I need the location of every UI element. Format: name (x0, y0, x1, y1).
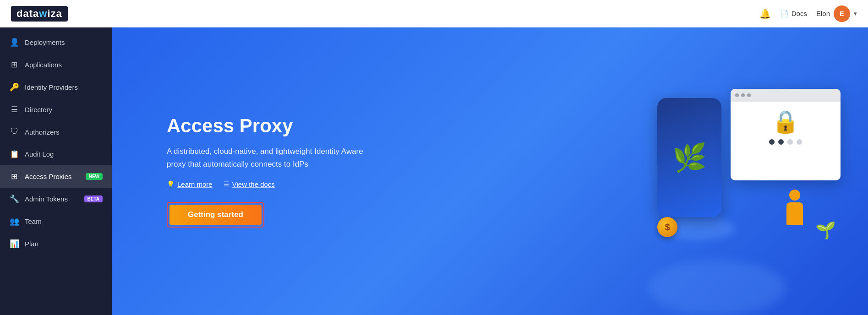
applications-icon: ⊞ (9, 60, 19, 70)
dot-3 (787, 139, 793, 145)
phone-device: 🌿 (657, 98, 721, 217)
new-badge: New (86, 173, 103, 180)
sidebar-label-audit-log: Audit Log (25, 150, 103, 158)
getting-started-button[interactable]: Getting started (169, 205, 262, 225)
plan-icon: 📊 (9, 239, 19, 249)
person-head (789, 190, 800, 201)
browser-content: 🔒 (731, 102, 841, 152)
hero-illustration: 🌿 🔒 (648, 75, 841, 267)
audit-log-icon: 📋 (9, 149, 19, 159)
sidebar-item-applications[interactable]: ⊞ Applications (0, 54, 112, 76)
dot-4 (797, 139, 802, 145)
plant-icon: 🌱 (815, 221, 836, 240)
hero-section: Access Proxy A distributed, cloud-native… (112, 115, 368, 227)
browser-dot-1 (735, 93, 739, 97)
admin-tokens-icon: 🔧 (9, 194, 19, 204)
sidebar-label-authorizers: Authorizers (25, 128, 103, 136)
view-docs-label: View the docs (232, 180, 275, 188)
dot-1 (769, 139, 775, 145)
view-docs-link[interactable]: ☰ View the docs (224, 180, 275, 188)
docs-icon: 📄 (780, 10, 789, 18)
docs-label: Docs (792, 10, 807, 17)
main-layout: 👤 Deployments ⊞ Applications 🔑 Identity … (0, 27, 868, 315)
sidebar-item-audit-log[interactable]: 📋 Audit Log (0, 143, 112, 165)
sidebar-item-directory[interactable]: ☰ Directory (0, 98, 112, 121)
sidebar-item-admin-tokens[interactable]: 🔧 Admin Tokens Beta (0, 188, 112, 210)
sidebar-label-deployments: Deployments (25, 38, 103, 46)
leaf-icon: 🌿 (672, 141, 707, 174)
browser-dot-3 (747, 93, 751, 97)
sidebar-label-plan: Plan (25, 240, 103, 248)
person-illustration (776, 190, 813, 235)
getting-started-wrapper: Getting started (167, 202, 264, 228)
beta-badge: Beta (84, 196, 103, 202)
lock-icon: 🔒 (772, 109, 799, 135)
team-icon: 👥 (9, 217, 19, 226)
phone-container: 🌿 🔒 (648, 84, 841, 258)
bg-decoration (648, 260, 786, 315)
logo: datawiza (11, 6, 68, 22)
page-description: A distributed, cloud-native, and lightwe… (167, 145, 368, 170)
sidebar: 👤 Deployments ⊞ Applications 🔑 Identity … (0, 27, 112, 315)
learn-more-link[interactable]: 💡 Learn more (167, 180, 213, 188)
sidebar-label-admin-tokens: Admin Tokens (25, 195, 79, 203)
sidebar-item-team[interactable]: 👥 Team (0, 210, 112, 233)
sidebar-label-team: Team (25, 217, 103, 225)
header-right: 🔔 📄 Docs Elon E ▾ (759, 5, 857, 22)
directory-icon: ☰ (9, 105, 19, 114)
sidebar-item-access-proxies[interactable]: ⊞ Access Proxies New (0, 165, 112, 188)
sidebar-label-directory: Directory (25, 106, 103, 114)
main-content: Access Proxy A distributed, cloud-native… (112, 27, 868, 315)
view-docs-icon: ☰ (224, 180, 229, 188)
header: datawiza 🔔 📄 Docs Elon E ▾ (0, 0, 868, 27)
content-links: 💡 Learn more ☰ View the docs (167, 180, 368, 188)
browser-bar (731, 89, 841, 102)
password-dots (769, 139, 802, 145)
deployments-icon: 👤 (9, 38, 19, 47)
user-name: Elon (816, 10, 830, 17)
authorizers-icon: 🛡 (9, 127, 19, 136)
sidebar-item-deployments[interactable]: 👤 Deployments (0, 31, 112, 54)
identity-providers-icon: 🔑 (9, 82, 19, 92)
dot-2 (778, 139, 784, 145)
coin-icon: $ (657, 217, 677, 237)
sidebar-item-authorizers[interactable]: 🛡 Authorizers (0, 121, 112, 143)
chevron-down-icon: ▾ (854, 10, 857, 17)
sidebar-label-identity-providers: Identity Providers (25, 83, 103, 91)
sidebar-item-identity-providers[interactable]: 🔑 Identity Providers (0, 76, 112, 98)
notification-bell-icon[interactable]: 🔔 (759, 8, 771, 19)
browser-dot-2 (741, 93, 745, 97)
sidebar-label-applications: Applications (25, 61, 103, 69)
user-menu[interactable]: Elon E ▾ (816, 5, 857, 22)
docs-link[interactable]: 📄 Docs (780, 10, 807, 18)
learn-more-icon: 💡 (167, 180, 175, 188)
sidebar-label-access-proxies: Access Proxies (25, 173, 80, 180)
avatar: E (834, 5, 850, 22)
page-title: Access Proxy (167, 115, 368, 137)
sidebar-item-plan[interactable]: 📊 Plan (0, 233, 112, 255)
learn-more-label: Learn more (177, 180, 213, 188)
browser-window: 🔒 (731, 89, 841, 180)
access-proxies-icon: ⊞ (9, 172, 19, 181)
person-body (786, 202, 803, 225)
